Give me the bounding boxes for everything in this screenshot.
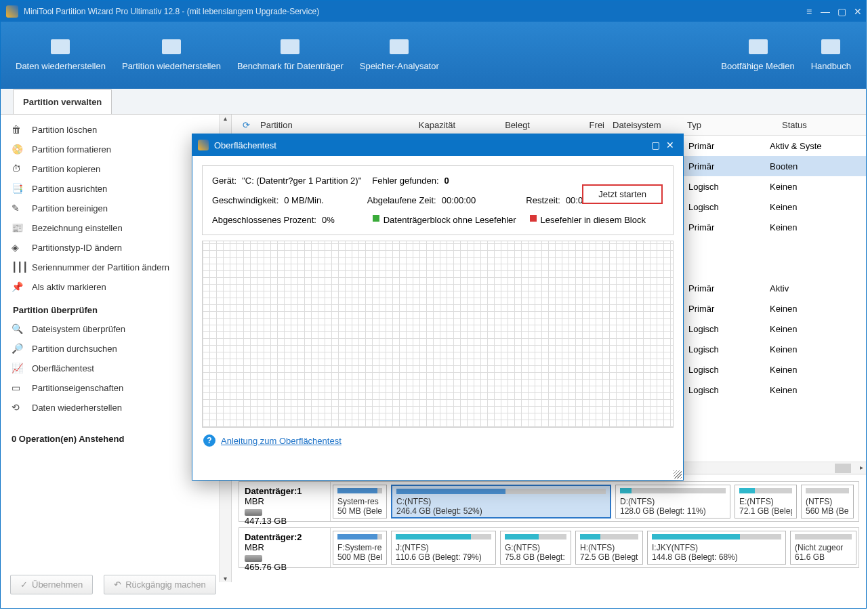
block-grid — [202, 241, 674, 428]
help-link[interactable]: Anleitung zum Oberflächentest — [221, 436, 342, 446]
dialog-titlebar: Oberflächentest ▢ ✕ — [192, 134, 683, 156]
legend-err-label: Lesefehler in diesem Block — [541, 215, 646, 225]
percent-label: Abgeschlossenes Prozent: — [212, 215, 322, 225]
dialog-close-icon[interactable]: ✕ — [663, 140, 678, 150]
percent-value: 0% — [322, 215, 335, 225]
elapsed-label: Abgelaufene Zeit: — [367, 195, 442, 205]
dialog-logo-icon — [198, 140, 209, 150]
device-label: Gerät: — [212, 176, 242, 186]
help-icon: ? — [203, 434, 215, 447]
speed-label: Geschwindigkeit: — [212, 195, 284, 205]
legend-ok-icon — [373, 215, 379, 222]
errors-label: Fehler gefunden: — [372, 176, 444, 186]
elapsed-value: 00:00:00 — [442, 195, 476, 205]
dialog-maximize-icon[interactable]: ▢ — [648, 140, 663, 150]
legend-ok-label: Datenträgerblock ohne Lesefehler — [384, 215, 516, 225]
dialog-info-panel: Gerät: "C: (Datentr?ger 1 Partition 2)" … — [202, 165, 674, 235]
speed-value: 0 MB/Min. — [284, 195, 324, 205]
resize-grip-icon[interactable] — [674, 470, 682, 479]
legend-err-icon — [530, 215, 537, 222]
dialog-title: Oberflächentest — [214, 140, 276, 150]
errors-value: 0 — [445, 176, 449, 186]
rest-label: Restzeit: — [526, 195, 566, 205]
surface-test-dialog: Oberflächentest ▢ ✕ Gerät: "C: (Datentr?… — [192, 134, 684, 481]
start-button[interactable]: Jetzt starten — [582, 184, 663, 204]
device-value: "C: (Datentr?ger 1 Partition 2)" — [242, 176, 361, 186]
